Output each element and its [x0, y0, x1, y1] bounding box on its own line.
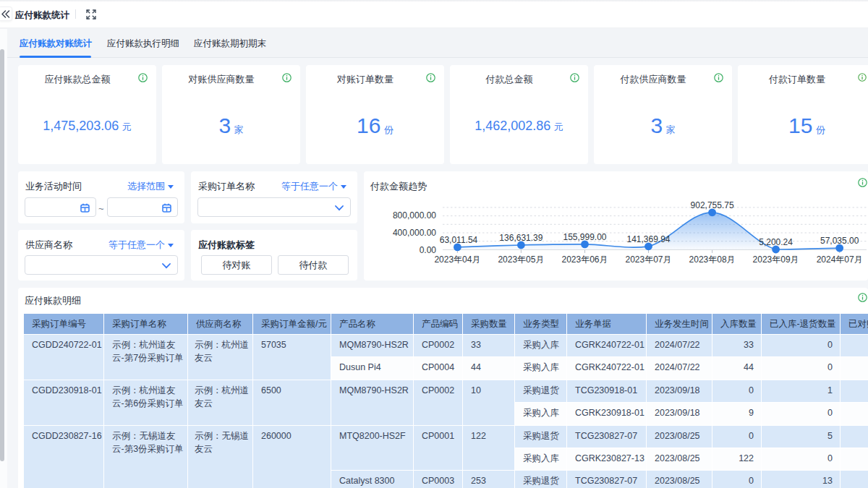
- svg-text:400,000.00: 400,000.00: [393, 228, 436, 238]
- svg-text:63,011.54: 63,011.54: [440, 235, 478, 245]
- svg-text:136,631.39: 136,631.39: [499, 233, 542, 243]
- svg-text:5,200.24: 5,200.24: [759, 237, 793, 247]
- svg-text:2024年07月: 2024年07月: [817, 254, 863, 265]
- svg-text:2023年06月: 2023年06月: [561, 254, 608, 265]
- svg-text:2023年04月: 2023年04月: [434, 254, 480, 265]
- svg-text:2023年07月: 2023年07月: [625, 254, 671, 265]
- svg-text:141,369.94: 141,369.94: [626, 234, 670, 244]
- svg-text:155,999.00: 155,999.00: [563, 232, 606, 242]
- svg-text:800,000.00: 800,000.00: [393, 210, 436, 221]
- svg-text:2023年08月: 2023年08月: [689, 254, 736, 265]
- svg-text:57,035.00: 57,035.00: [820, 236, 859, 246]
- svg-text:902,755.75: 902,755.75: [691, 200, 734, 210]
- svg-text:2023年09月: 2023年09月: [753, 254, 799, 265]
- svg-text:2023年05月: 2023年05月: [498, 254, 544, 265]
- svg-text:0.00: 0.00: [420, 245, 437, 255]
